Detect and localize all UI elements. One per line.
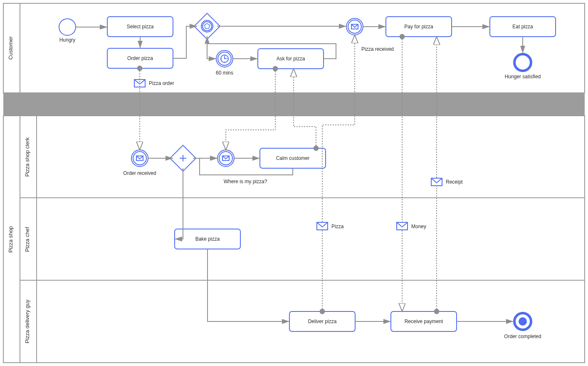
data-object-money[interactable] [397,222,408,230]
task-order-pizza[interactable]: Order pizza [107,48,173,68]
svg-text:Ask for pizza: Ask for pizza [277,56,305,62]
svg-text:Order completed: Order completed [504,334,541,339]
svg-point-41 [514,54,531,71]
label-pizza-received: Pizza received [361,46,394,52]
svg-text:Bake pizza: Bake pizza [195,236,220,242]
svg-text:Receive payment: Receive payment [405,319,443,324]
lane-chef-title: Pizza chef [24,227,30,252]
event-timer-60mins[interactable]: 60 mins [216,50,233,76]
task-select-pizza[interactable]: Select pizza [107,17,173,37]
sf-gw-timer [207,36,216,59]
label-money: Money [411,224,426,229]
svg-text:60 mins: 60 mins [216,70,233,76]
svg-rect-27 [194,13,220,39]
task-calm-customer[interactable]: Calm customer [260,148,326,168]
svg-text:Order received: Order received [123,170,156,176]
pool-customer-title: Customer [7,36,14,60]
svg-text:Calm customer: Calm customer [276,155,310,161]
pool-pizzashop-title: Pizza shop [7,226,14,253]
label-pizza-order: Pizza order [149,80,174,86]
end-event-order-completed[interactable]: Order completed [504,313,541,339]
sf-order-gw [173,26,197,58]
svg-text:Select pizza: Select pizza [127,24,154,30]
event-message-pizza-received[interactable] [346,18,363,35]
lane-delivery-title: Pizza delivery guy [24,299,30,343]
lane-clerk-title: Pizza shop clerk [24,137,30,177]
data-object-pizza[interactable] [317,222,328,230]
data-object-receipt[interactable] [431,178,442,186]
task-eat-pizza[interactable]: Eat pizza [490,17,556,37]
task-receive-payment[interactable]: Receive payment [391,311,457,331]
label-where-is-my-pizza: Where is my pizza? [224,179,267,184]
svg-text:Hunger satisfied: Hunger satisfied [505,74,541,80]
label-receipt: Receipt [446,179,463,185]
svg-text:Deliver pizza: Deliver pizza [308,319,337,324]
task-bake-pizza[interactable]: Bake pizza [175,229,240,249]
task-deliver-pizza[interactable]: Deliver pizza [289,311,355,331]
event-message-where-is-pizza[interactable] [217,150,234,167]
task-pay-for-pizza[interactable]: Pay for pizza [386,17,452,37]
gateway-parallel[interactable] [170,145,196,171]
start-event-hungry[interactable]: Hungry [59,19,76,43]
task-ask-for-pizza[interactable]: Ask for pizza [258,49,324,69]
bpmn-diagram: Customer Pizza shop Pizza shop clerk Piz… [0,0,588,366]
svg-point-58 [519,317,527,326]
svg-text:Pay for pizza: Pay for pizza [404,24,433,30]
svg-text:Order pizza: Order pizza [127,55,153,61]
mf-deliver-pizza-b [322,35,355,222]
gateway-event-based[interactable] [194,13,220,39]
event-message-start-order-received[interactable]: Order received [123,150,156,176]
sf-bake-deliver [208,249,289,321]
svg-text:Eat pizza: Eat pizza [512,24,533,30]
label-pizza: Pizza [331,224,344,229]
svg-point-21 [59,19,76,35]
end-event-hunger-satisfied[interactable]: Hunger satisfied [505,54,541,80]
sf-gw-bake [175,168,183,239]
svg-text:Hungry: Hungry [59,37,76,43]
